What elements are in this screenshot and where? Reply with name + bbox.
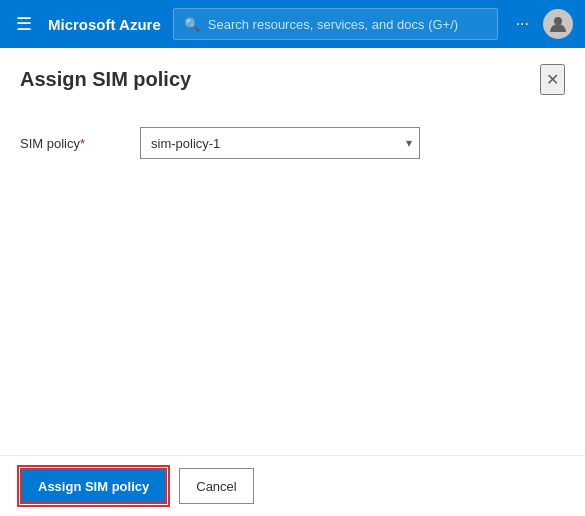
avatar-icon <box>548 14 568 34</box>
azure-logo: Microsoft Azure <box>48 16 161 33</box>
required-indicator: * <box>80 136 85 151</box>
panel-title: Assign SIM policy <box>20 68 191 91</box>
hamburger-menu-button[interactable]: ☰ <box>12 9 36 39</box>
more-options-button[interactable]: ··· <box>510 11 535 37</box>
sim-policy-label: SIM policy* <box>20 136 120 151</box>
sim-policy-select[interactable]: sim-policy-1 sim-policy-2 sim-policy-3 <box>140 127 420 159</box>
nav-actions: ··· <box>510 9 573 39</box>
sim-policy-select-wrapper: sim-policy-1 sim-policy-2 sim-policy-3 ▾ <box>140 127 420 159</box>
close-button[interactable]: ✕ <box>540 64 565 95</box>
panel-header: Assign SIM policy ✕ <box>0 48 585 107</box>
svg-point-0 <box>554 17 562 25</box>
search-icon: 🔍 <box>184 17 200 32</box>
main-panel: Assign SIM policy ✕ SIM policy* sim-poli… <box>0 48 585 516</box>
nav-bar: ☰ Microsoft Azure 🔍 ··· <box>0 0 585 48</box>
user-avatar[interactable] <box>543 9 573 39</box>
panel-footer: Assign SIM policy Cancel <box>0 455 585 516</box>
panel-body: SIM policy* sim-policy-1 sim-policy-2 si… <box>0 107 585 455</box>
hamburger-icon: ☰ <box>16 13 32 35</box>
assign-sim-policy-button[interactable]: Assign SIM policy <box>20 468 167 504</box>
sim-policy-row: SIM policy* sim-policy-1 sim-policy-2 si… <box>20 127 565 159</box>
search-input[interactable] <box>208 17 487 32</box>
search-bar: 🔍 <box>173 8 498 40</box>
cancel-button[interactable]: Cancel <box>179 468 253 504</box>
